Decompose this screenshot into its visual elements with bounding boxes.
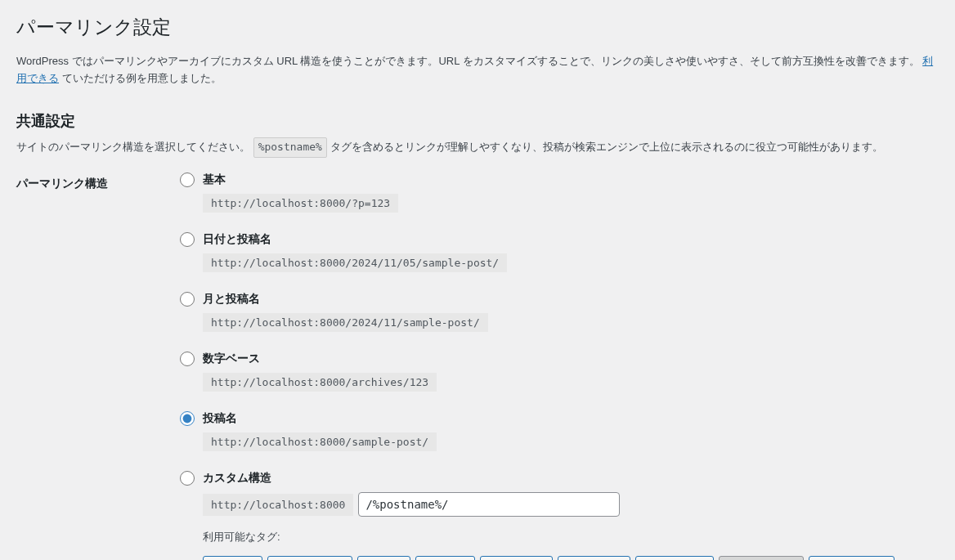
common-desc-post: タグを含めるとリンクが理解しやすくなり、投稿が検索エンジンで上位に表示されるのに… — [330, 141, 883, 153]
custom-structure-input[interactable] — [358, 492, 620, 517]
permalink-radio-dayname[interactable] — [180, 232, 195, 247]
permalink-radio-postname[interactable] — [180, 411, 195, 426]
permalink-option-custom-label[interactable]: カスタム構造 — [180, 471, 939, 486]
permalink-option-monname-text: 月と投稿名 — [203, 292, 260, 307]
permalink-option-custom: カスタム構造 http://localhost:8000 利用可能なタグ: %y… — [180, 471, 939, 560]
permalink-example-monname: http://localhost:8000/2024/11/sample-pos… — [203, 313, 488, 332]
tag-button-minute[interactable]: %minute% — [480, 556, 553, 560]
permalink-option-dayname-label[interactable]: 日付と投稿名 — [180, 232, 939, 247]
custom-structure-prefix: http://localhost:8000 — [203, 494, 353, 516]
permalink-option-custom-text: カスタム構造 — [203, 471, 271, 486]
page-title: パーマリンク設定 — [16, 8, 939, 43]
permalink-option-numeric: 数字ベース http://localhost:8000/archives/123 — [180, 352, 939, 392]
common-settings-heading: 共通設定 — [16, 111, 939, 131]
permalink-option-dayname: 日付と投稿名 http://localhost:8000/2024/11/05/… — [180, 232, 939, 272]
tag-button-year[interactable]: %year% — [203, 556, 262, 560]
permalink-option-postname-label[interactable]: 投稿名 — [180, 411, 939, 426]
permalink-example-numeric: http://localhost:8000/archives/123 — [203, 373, 437, 392]
permalink-example-postname: http://localhost:8000/sample-post/ — [203, 432, 437, 451]
permalink-option-dayname-text: 日付と投稿名 — [203, 232, 271, 247]
permalink-option-monname-label[interactable]: 月と投稿名 — [180, 292, 939, 307]
intro-paragraph: WordPress ではパーマリンクやアーカイブにカスタム URL 構造を使うこ… — [16, 53, 939, 87]
permalink-example-dayname: http://localhost:8000/2024/11/05/sample-… — [203, 253, 507, 272]
permalink-example-plain: http://localhost:8000/?p=123 — [203, 194, 398, 213]
permalink-structure-row-label: パーマリンク構造 — [16, 172, 180, 560]
permalink-option-monname: 月と投稿名 http://localhost:8000/2024/11/samp… — [180, 292, 939, 332]
intro-text-pre: WordPress ではパーマリンクやアーカイブにカスタム URL 構造を使うこ… — [16, 55, 920, 67]
permalink-option-postname-text: 投稿名 — [203, 411, 237, 426]
tag-button-postname[interactable]: %postname% — [719, 556, 804, 560]
available-tags-label: 利用可能なタグ: — [203, 530, 939, 544]
common-settings-desc: サイトのパーマリンク構造を選択してください。 %postname% タグを含める… — [16, 137, 939, 158]
tag-button-post-id[interactable]: %post_id% — [635, 556, 714, 560]
tag-button-hour[interactable]: %hour% — [415, 556, 475, 560]
tag-button-day[interactable]: %day% — [357, 556, 410, 560]
permalink-radio-custom[interactable] — [180, 471, 195, 486]
intro-text-post: ていただける例を用意しました。 — [62, 72, 222, 84]
available-tags-list: %year% %monthnum% %day% %hour% %minute% … — [203, 556, 939, 560]
permalink-option-numeric-text: 数字ベース — [203, 352, 260, 366]
permalink-radio-numeric[interactable] — [180, 352, 195, 366]
permalink-option-plain-label[interactable]: 基本 — [180, 172, 939, 187]
permalink-radio-plain[interactable] — [180, 172, 195, 187]
tag-button-category[interactable]: %category% — [809, 556, 894, 560]
permalink-option-plain: 基本 http://localhost:8000/?p=123 — [180, 172, 939, 213]
permalink-radio-monname[interactable] — [180, 292, 195, 307]
permalink-option-plain-text: 基本 — [203, 172, 226, 187]
postname-tag-code: %postname% — [253, 137, 327, 158]
common-desc-pre: サイトのパーマリンク構造を選択してください。 — [16, 141, 250, 153]
tag-button-monthnum[interactable]: %monthnum% — [267, 556, 352, 560]
permalink-option-numeric-label[interactable]: 数字ベース — [180, 352, 939, 366]
permalink-option-postname: 投稿名 http://localhost:8000/sample-post/ — [180, 411, 939, 451]
tag-button-second[interactable]: %second% — [558, 556, 630, 560]
